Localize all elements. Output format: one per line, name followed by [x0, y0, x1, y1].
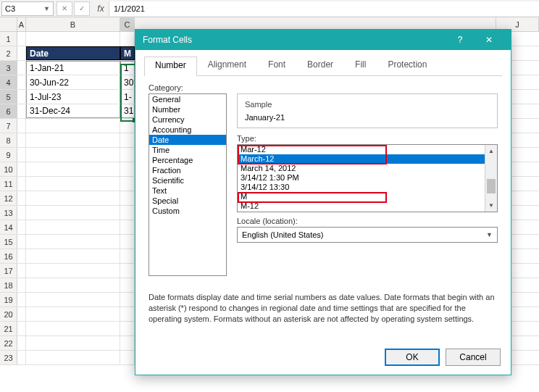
- cell[interactable]: [120, 278, 135, 292]
- tab-alignment[interactable]: Alignment: [197, 56, 257, 75]
- category-item[interactable]: Text: [149, 185, 226, 196]
- cell[interactable]: [26, 322, 120, 335]
- help-icon[interactable]: ?: [446, 35, 475, 45]
- category-item[interactable]: Custom: [149, 206, 226, 216]
- cell[interactable]: [26, 177, 120, 191]
- cell[interactable]: 31: [120, 104, 135, 118]
- tab-font[interactable]: Font: [257, 56, 296, 75]
- cell[interactable]: [26, 235, 120, 249]
- row-header[interactable]: 22: [0, 336, 17, 350]
- cell[interactable]: [120, 162, 135, 176]
- cell[interactable]: [26, 133, 120, 147]
- type-item[interactable]: March-12: [238, 154, 485, 164]
- close-icon[interactable]: ✕: [475, 35, 504, 45]
- col-header-c[interactable]: C: [120, 17, 135, 31]
- row-header[interactable]: 12: [0, 191, 17, 205]
- cell[interactable]: [120, 307, 135, 321]
- row-header[interactable]: 7: [0, 119, 17, 133]
- tab-fill[interactable]: Fill: [344, 56, 377, 75]
- row-header[interactable]: 21: [0, 322, 17, 335]
- row-header[interactable]: 16: [0, 249, 17, 263]
- chevron-down-icon[interactable]: ▼: [43, 5, 50, 12]
- cell[interactable]: [26, 264, 120, 278]
- scroll-thumb[interactable]: [487, 179, 496, 193]
- row-header[interactable]: 15: [0, 235, 17, 249]
- cell[interactable]: [26, 32, 120, 46]
- row-header[interactable]: 1: [0, 32, 17, 46]
- cell[interactable]: M: [120, 46, 135, 60]
- cell[interactable]: [120, 191, 135, 205]
- scroll-up-icon[interactable]: ▲: [485, 145, 497, 157]
- type-scrollbar[interactable]: ▲ ▼: [485, 145, 497, 212]
- row-header[interactable]: 6: [0, 104, 17, 118]
- cell[interactable]: 1-Jan-21: [26, 61, 120, 75]
- scroll-down-icon[interactable]: ▼: [485, 199, 497, 212]
- col-header-b[interactable]: B: [26, 17, 120, 31]
- cell[interactable]: 1: [120, 61, 135, 75]
- cell[interactable]: [26, 191, 120, 205]
- cell[interactable]: [120, 206, 135, 220]
- cell[interactable]: 30: [120, 75, 135, 89]
- cell[interactable]: [26, 220, 120, 234]
- cell[interactable]: 30-Jun-22: [26, 75, 120, 89]
- cell[interactable]: [26, 148, 120, 162]
- cell[interactable]: [120, 32, 135, 46]
- category-item[interactable]: Fraction: [149, 165, 226, 175]
- cell[interactable]: [120, 148, 135, 162]
- cell[interactable]: [26, 336, 120, 350]
- dialog-titlebar[interactable]: Format Cells ? ✕: [135, 30, 511, 50]
- row-header[interactable]: 4: [0, 75, 17, 89]
- type-item[interactable]: March 14, 2012: [238, 164, 485, 173]
- fx-icon[interactable]: fx: [93, 4, 109, 14]
- row-header[interactable]: 8: [0, 133, 17, 147]
- category-item[interactable]: Time: [149, 145, 226, 155]
- category-list[interactable]: GeneralNumberCurrencyAccountingDateTimeP…: [149, 93, 227, 276]
- cell[interactable]: [120, 322, 135, 335]
- category-item[interactable]: Date: [149, 135, 226, 145]
- cell[interactable]: [26, 119, 120, 133]
- locale-select[interactable]: English (United States) ▼: [237, 227, 498, 243]
- category-item[interactable]: Number: [149, 104, 226, 114]
- row-header[interactable]: 17: [0, 264, 17, 278]
- cell[interactable]: [26, 351, 120, 364]
- type-item[interactable]: M-12: [238, 201, 485, 211]
- cell[interactable]: [120, 119, 135, 133]
- cell[interactable]: 1-: [120, 90, 135, 104]
- row-header[interactable]: 5: [0, 90, 17, 104]
- cell[interactable]: [120, 177, 135, 191]
- category-item[interactable]: Accounting: [149, 125, 226, 135]
- cell[interactable]: Date: [26, 46, 120, 60]
- row-header[interactable]: 11: [0, 177, 17, 191]
- cell[interactable]: [26, 206, 120, 220]
- select-all-corner[interactable]: [0, 17, 17, 31]
- category-item[interactable]: Special: [149, 196, 226, 206]
- ok-button[interactable]: OK: [385, 349, 440, 366]
- cell[interactable]: [26, 162, 120, 176]
- category-item[interactable]: Scientific: [149, 175, 226, 185]
- row-header[interactable]: 2: [0, 46, 17, 60]
- type-item[interactable]: M: [238, 192, 485, 201]
- row-header[interactable]: 23: [0, 351, 17, 364]
- cell[interactable]: [120, 293, 135, 306]
- cell[interactable]: 1-Jul-23: [26, 90, 120, 104]
- cancel-button[interactable]: Cancel: [446, 349, 501, 366]
- row-header[interactable]: 13: [0, 206, 17, 220]
- type-item[interactable]: 3/14/12 1:30 PM: [238, 173, 485, 183]
- type-list[interactable]: Mar-12March-12March 14, 20123/14/12 1:30…: [237, 144, 498, 212]
- cell[interactable]: [120, 351, 135, 364]
- row-header[interactable]: 9: [0, 148, 17, 162]
- cell[interactable]: [120, 249, 135, 263]
- row-header[interactable]: 10: [0, 162, 17, 176]
- cell[interactable]: [26, 293, 120, 306]
- row-header[interactable]: 20: [0, 307, 17, 321]
- category-item[interactable]: Percentage: [149, 155, 226, 165]
- cell[interactable]: [26, 249, 120, 263]
- row-header[interactable]: 18: [0, 278, 17, 292]
- cell[interactable]: [120, 264, 135, 278]
- cell[interactable]: [120, 220, 135, 234]
- row-header[interactable]: 14: [0, 220, 17, 234]
- cell[interactable]: [120, 133, 135, 147]
- formula-input[interactable]: 1/1/2021: [109, 1, 539, 16]
- category-item[interactable]: Currency: [149, 114, 226, 125]
- cell[interactable]: 31-Dec-24: [26, 104, 120, 118]
